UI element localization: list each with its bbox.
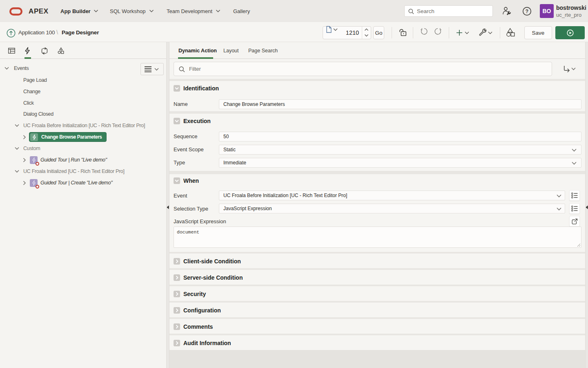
svg-text:?: ?	[526, 9, 528, 14]
